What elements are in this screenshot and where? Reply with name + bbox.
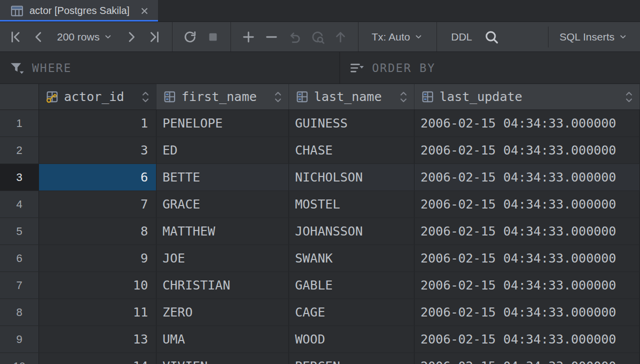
cell-last-name[interactable]: BERGEN [289,353,414,364]
order-by-label: ORDER BY [372,62,436,74]
cell-last-update[interactable]: 2006-02-15 04:34:33.000000 [414,218,640,244]
cell-last-update[interactable]: 2006-02-15 04:34:33.000000 [414,272,640,298]
cell-first-name[interactable]: BETTE [156,164,289,190]
cell-last-update[interactable]: 2006-02-15 04:34:33.000000 [414,191,640,218]
sort-toggle-icon[interactable] [141,90,150,104]
cell-first-name[interactable]: ED [156,137,289,164]
column-header-last-update[interactable]: last_update [414,84,640,110]
cell-last-name[interactable]: NICHOLSON [289,164,414,190]
delete-row-button[interactable] [261,26,282,48]
cell-actor-id[interactable]: 9 [39,245,156,272]
tx-mode-label: Tx: Auto [372,31,410,43]
cell-last-name[interactable]: MOSTEL [289,191,414,218]
preview-pending-changes-button[interactable] [307,26,328,48]
cell-last-name[interactable]: CHASE [289,137,414,164]
column-label: last_update [440,90,522,104]
cell-first-name[interactable]: JOE [156,245,289,272]
cell-actor-id[interactable]: 14 [39,353,156,364]
cell-first-name[interactable]: CHRISTIAN [156,272,289,298]
column-header-actor-id[interactable]: actor_id [39,84,156,110]
sql-inserts-dropdown[interactable]: SQL Inserts [554,26,634,48]
sort-toggle-icon[interactable] [399,90,408,104]
tx-mode-dropdown[interactable]: Tx: Auto [366,26,430,48]
column-label: last_name [314,90,382,104]
first-page-button[interactable] [5,26,26,48]
cell-actor-id[interactable]: 13 [39,326,156,352]
row-number[interactable]: 8 [0,299,39,326]
sort-toggle-icon[interactable] [624,90,634,104]
column-header-last-name[interactable]: last_name [289,84,414,110]
cell-last-name[interactable]: SWANK [289,245,414,272]
cell-first-name[interactable]: PENELOPE [156,110,289,136]
tab-close-icon[interactable] [139,6,150,16]
delete-row-icon [264,30,279,44]
row-number[interactable]: 6 [0,245,39,272]
row-number[interactable]: 3 [0,164,39,190]
cell-last-update[interactable]: 2006-02-15 04:34:33.000000 [414,299,640,326]
order-by-icon [349,60,365,76]
cell-last-update[interactable]: 2006-02-15 04:34:33.000000 [414,245,640,272]
cell-last-name[interactable]: GABLE [289,272,414,298]
row-number[interactable]: 1 [0,110,39,136]
cell-first-name[interactable]: VIVIEN [156,353,289,364]
cell-last-name[interactable]: WOOD [289,326,414,352]
row-number[interactable]: 7 [0,272,39,298]
column-icon [162,90,176,104]
where-label: WHERE [32,62,72,74]
cell-last-name[interactable]: GUINESS [289,110,414,136]
editor-tab-bar: actor [Postgres Sakila] [0,0,640,22]
tab-actor-table[interactable]: actor [Postgres Sakila] [0,0,158,22]
cell-actor-id[interactable]: 3 [39,137,156,164]
cell-last-update[interactable]: 2006-02-15 04:34:33.000000 [414,110,640,136]
table-row: 6 9 JOE SWANK 2006-02-15 04:34:33.000000 [0,245,640,272]
grid-corner [0,84,39,110]
revert-icon [287,30,302,44]
add-row-button[interactable] [238,26,259,48]
page-size-dropdown[interactable]: 200 rows [51,26,119,48]
cell-actor-id[interactable]: 7 [39,191,156,218]
cell-actor-id[interactable]: 8 [39,218,156,244]
cell-last-name[interactable]: JOHANSSON [289,218,414,244]
cell-last-name[interactable]: CAGE [289,299,414,326]
cell-first-name[interactable]: UMA [156,326,289,352]
row-number[interactable]: 9 [0,326,39,352]
revert-changes-button[interactable] [284,26,305,48]
row-number[interactable]: 10 [0,353,39,364]
row-number[interactable]: 4 [0,191,39,218]
cell-last-update[interactable]: 2006-02-15 04:34:33.000000 [414,164,640,190]
cell-last-update[interactable]: 2006-02-15 04:34:33.000000 [414,137,640,164]
datagrip-window: actor [Postgres Sakila] 200 rows [0,0,640,364]
data-grid: actor_id first_name [0,84,640,364]
sort-toggle-icon[interactable] [274,90,282,104]
ddl-button[interactable]: DDL [444,26,479,48]
table-row-selected: 3 6 BETTE NICHOLSON 2006-02-15 04:34:33.… [0,164,640,191]
preview-changes-icon [310,30,325,44]
cell-actor-id[interactable]: 11 [39,299,156,326]
cell-actor-id-selected[interactable]: 6 [39,164,156,190]
last-page-button[interactable] [144,26,165,48]
row-number[interactable]: 2 [0,137,39,164]
filter-bar: WHERE ORDER BY [0,52,640,84]
toolbar-separator [172,22,172,52]
cell-actor-id[interactable]: 10 [39,272,156,298]
table-row: 8 11 ZERO CAGE 2006-02-15 04:34:33.00000… [0,299,640,326]
submit-changes-button[interactable] [330,26,351,48]
cell-first-name[interactable]: MATTHEW [156,218,289,244]
where-filter-field[interactable]: WHERE [0,52,340,84]
order-by-filter-field[interactable]: ORDER BY [340,52,640,84]
cell-first-name[interactable]: ZERO [156,299,289,326]
row-number[interactable]: 5 [0,218,39,244]
reload-data-button[interactable] [180,26,200,48]
column-label: actor_id [64,90,124,104]
toolbar-separator [230,22,231,52]
find-button[interactable] [481,26,502,48]
cell-actor-id[interactable]: 1 [39,110,156,136]
cell-first-name[interactable]: GRACE [156,191,289,218]
previous-page-button[interactable] [28,26,49,48]
cell-last-update[interactable]: 2006-02-15 04:34:33.000000 [414,326,640,352]
next-page-button[interactable] [121,26,142,48]
stop-query-button[interactable] [202,26,224,48]
column-header-first-name[interactable]: first_name [156,84,289,110]
table-row: 7 10 CHRISTIAN GABLE 2006-02-15 04:34:33… [0,272,640,299]
cell-last-update[interactable]: 2006-02-15 04:34:33.000000 [414,353,640,364]
